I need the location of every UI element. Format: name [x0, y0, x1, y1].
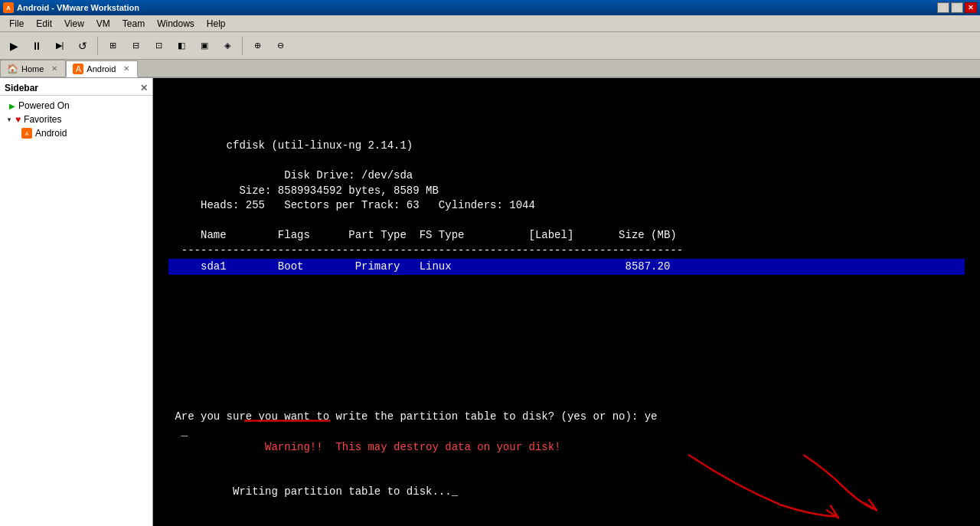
home-icon: 🏠	[7, 64, 18, 74]
toolbar-btn3[interactable]: ⊡	[148, 35, 169, 57]
toolbar-btn4[interactable]: ◧	[171, 35, 192, 57]
terminal-line-1	[168, 93, 965, 109]
terminal-line-disk: Disk Drive: /dev/sda	[168, 168, 965, 184]
toolbar: ▶ ⏸ ▶| ↺ ⊞ ⊟ ⊡ ◧ ▣ ◈ ⊕ ⊖	[0, 32, 980, 60]
menu-file[interactable]: File	[3, 17, 30, 31]
minimize-button[interactable]: _	[937, 2, 949, 13]
terminal-blank12	[168, 455, 965, 470]
terminal-line-divider: ----------------------------------------…	[168, 243, 965, 259]
powered-on-label: Powered On	[18, 100, 70, 111]
toolbar-btn5[interactable]: ▣	[194, 35, 215, 57]
terminal-line-blank5	[168, 305, 965, 320]
terminal-writing: Writing partition table to disk..._	[168, 485, 965, 500]
tab-android-close[interactable]: ✕	[122, 64, 131, 74]
android-icon: A	[73, 64, 83, 74]
toolbar-btn6[interactable]: ◈	[217, 35, 238, 57]
toolbar-restart[interactable]: ↺	[72, 35, 93, 57]
terminal-partition-row: sda1 Boot Primary Linux 8587.20	[168, 259, 965, 276]
terminal-line-2	[168, 109, 965, 124]
title-bar: A Android - VMware Workstation _ □ ✕	[0, 0, 980, 15]
tab-home-close[interactable]: ✕	[50, 64, 59, 74]
toolbar-btn8[interactable]: ⊖	[270, 35, 291, 57]
menu-windows[interactable]: Windows	[151, 17, 201, 31]
toolbar-resume[interactable]: ▶|	[49, 35, 70, 57]
tab-android-label: Android	[87, 64, 116, 74]
terminal-line-blank3	[168, 275, 965, 290]
maximize-button[interactable]: □	[951, 2, 963, 13]
heart-icon: ♥	[15, 114, 21, 125]
sidebar-header: Sidebar ✕	[0, 81, 152, 96]
tab-android[interactable]: A Android ✕	[66, 60, 138, 77]
toolbar-suspend[interactable]: ⏸	[26, 35, 47, 57]
terminal-blank13	[168, 470, 965, 485]
toolbar-btn7[interactable]: ⊕	[247, 35, 268, 57]
terminal-line-heads: Heads: 255 Sectors per Track: 63 Cylinde…	[168, 198, 965, 214]
terminal-warning: Warning!! This may destroy data on your …	[168, 440, 965, 456]
tab-bar: 🏠 Home ✕ A Android ✕	[0, 60, 980, 78]
terminal-line-blank2	[168, 214, 965, 229]
terminal-line-cfdisk: cfdisk (util-linux-ng 2.14.1)	[168, 139, 965, 154]
sidebar-powered-on-header[interactable]: ▶ Powered On	[6, 99, 152, 113]
expand-icon: ▼	[6, 116, 12, 123]
sidebar-close-button[interactable]: ✕	[140, 83, 148, 93]
menu-help[interactable]: Help	[201, 17, 232, 31]
vm-terminal[interactable]: cfdisk (util-linux-ng 2.14.1) Disk Drive…	[153, 78, 980, 526]
terminal-line-3	[168, 123, 965, 139]
terminal-line-header: Name Flags Part Type FS Type [Label] Siz…	[168, 228, 965, 243]
terminal-line-blank11	[168, 395, 965, 410]
terminal-prompt: Are you sure you want to write the parti…	[168, 410, 965, 425]
tab-home[interactable]: 🏠 Home ✕	[0, 60, 66, 77]
menu-edit[interactable]: Edit	[30, 17, 58, 31]
android-vm-label: Android	[35, 128, 67, 139]
main-area: Sidebar ✕ ▶ Powered On ▼ ♥ Favorites A A…	[0, 78, 980, 526]
terminal-line-blank4	[168, 290, 965, 305]
play-icon: ▶	[9, 102, 15, 110]
close-button[interactable]: ✕	[965, 2, 977, 13]
menu-bar: File Edit View VM Team Windows Help	[0, 15, 980, 32]
terminal-line-blank6	[168, 320, 965, 335]
terminal-line-blank9	[168, 365, 965, 381]
terminal-content: cfdisk (util-linux-ng 2.14.1) Disk Drive…	[168, 93, 965, 500]
toolbar-btn2[interactable]: ⊟	[125, 35, 146, 57]
terminal-line-size: Size: 8589934592 bytes, 8589 MB	[168, 184, 965, 199]
toolbar-power-on[interactable]: ▶	[3, 35, 24, 57]
title-bar-buttons: _ □ ✕	[937, 2, 977, 13]
sidebar-android-item[interactable]: A Android	[18, 126, 152, 140]
content-wrapper: 🏠 Home ✕ A Android ✕ Sidebar ✕ ▶ Powered…	[0, 60, 980, 526]
menu-view[interactable]: View	[58, 17, 90, 31]
toolbar-sep-1	[97, 37, 98, 55]
app-icon: A	[3, 2, 14, 13]
terminal-line-blank10	[168, 380, 965, 395]
menu-vm[interactable]: VM	[90, 17, 116, 31]
title-bar-text: Android - VMware Workstation	[17, 3, 139, 12]
toolbar-sep-2	[242, 37, 243, 55]
sidebar-title: Sidebar	[5, 83, 38, 93]
sidebar: Sidebar ✕ ▶ Powered On ▼ ♥ Favorites A A…	[0, 78, 153, 526]
favorites-label: Favorites	[24, 114, 61, 125]
terminal-line-blank7	[168, 335, 965, 351]
tab-home-label: Home	[21, 64, 44, 74]
terminal-line-blank8	[168, 350, 965, 365]
toolbar-btn1[interactable]: ⊞	[102, 35, 123, 57]
menu-team[interactable]: Team	[116, 17, 151, 31]
vm-icon: A	[21, 128, 32, 139]
terminal-cursor-line: _	[168, 425, 965, 440]
terminal-line-blank1	[168, 153, 965, 168]
sidebar-powered-on-group: ▶ Powered On	[6, 99, 152, 113]
sidebar-favorites-header[interactable]: ▼ ♥ Favorites	[0, 113, 152, 126]
